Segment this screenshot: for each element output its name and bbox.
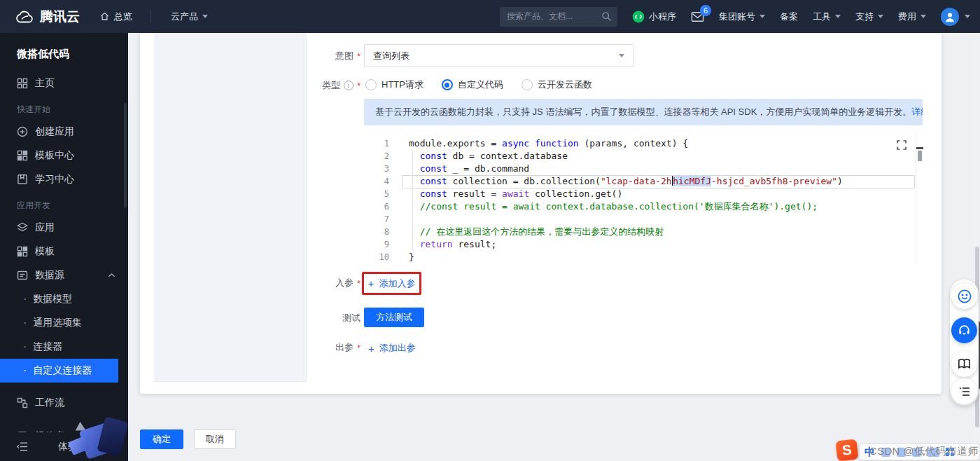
sidebar-item-工作流[interactable]: 工作流 bbox=[0, 391, 128, 415]
docs-book-button[interactable] bbox=[951, 351, 977, 377]
radio-unchecked-icon[interactable] bbox=[522, 79, 533, 90]
menu-list-button[interactable] bbox=[951, 378, 977, 404]
layers-icon bbox=[17, 222, 28, 233]
top-navbar: 腾讯云 总览 云产品 搜索产品、文档... 小程序 6 集团账号 备案 工具 支… bbox=[0, 0, 980, 33]
sidebar-item-学习中心[interactable]: 学习中心 bbox=[0, 167, 128, 191]
cancel-button[interactable]: 取消 bbox=[194, 429, 236, 449]
required-mark: * bbox=[357, 343, 360, 353]
main-content: 意图* 查询列表 类型 i * HTTP请求自定义代码云开发云函数 基于云开发的… bbox=[128, 33, 980, 461]
sidebar: 微搭低代码 主页快速开始创建应用模板中心学习中心应用开发应用模板数据源·数据模型… bbox=[0, 33, 128, 461]
code-editor[interactable]: 1module.exports = async function (params… bbox=[364, 133, 923, 263]
fullscreen-icon[interactable] bbox=[897, 140, 906, 150]
plus-circle-icon bbox=[17, 126, 28, 137]
sidebar-scrollbar[interactable] bbox=[124, 103, 127, 208]
chevron-down-icon bbox=[619, 54, 624, 60]
required-mark: * bbox=[357, 51, 360, 62]
sidebar-item-通用选项集[interactable]: ·通用选项集 bbox=[0, 311, 128, 335]
radio-unchecked-icon[interactable] bbox=[365, 79, 377, 90]
tencent-cloud-brand[interactable]: 腾讯云 bbox=[15, 8, 80, 26]
feedback-smiley-button[interactable] bbox=[951, 283, 977, 309]
sidebar-item-连接器[interactable]: ·连接器 bbox=[0, 335, 128, 359]
method-test-button[interactable]: 方法测试 bbox=[364, 308, 424, 327]
nav-messages[interactable]: 6 bbox=[691, 11, 704, 22]
confirm-button[interactable]: 确定 bbox=[140, 429, 183, 449]
input-params-label: 入参* bbox=[276, 277, 360, 289]
add-output-param-button[interactable]: + 添加出参 bbox=[368, 342, 416, 355]
sogou-input-logo[interactable]: S bbox=[836, 439, 859, 461]
workflow-icon bbox=[17, 397, 28, 408]
nav-overview[interactable]: 总览 bbox=[99, 11, 132, 23]
arrow-circle-icon[interactable] bbox=[102, 441, 112, 452]
caret-down-icon bbox=[920, 15, 926, 21]
intent-field-label: 意图* bbox=[276, 50, 360, 62]
experience-survey-link[interactable]: 体验调研 bbox=[58, 441, 97, 453]
line-number: 1 bbox=[364, 137, 400, 150]
info-icon: i bbox=[344, 81, 354, 90]
editor-scrollbar[interactable] bbox=[916, 133, 923, 263]
chevron-up-icon bbox=[108, 273, 115, 278]
sidebar-item-模板[interactable]: 模板 bbox=[0, 240, 128, 263]
line-number: 4 bbox=[364, 175, 400, 188]
caret-down-icon bbox=[878, 15, 883, 21]
code-line: 2 const db = context.database bbox=[364, 150, 923, 163]
intent-select-value: 查询列表 bbox=[373, 50, 410, 62]
radio-option-HTTP请求[interactable]: HTTP请求 bbox=[365, 78, 424, 91]
line-number: 8 bbox=[364, 226, 400, 238]
grid-icon bbox=[17, 78, 28, 89]
radio-option-自定义代码[interactable]: 自定义代码 bbox=[442, 78, 503, 91]
code-line: 10} bbox=[364, 251, 923, 263]
account-menu-caret[interactable] bbox=[965, 12, 970, 21]
nav-record[interactable]: 备案 bbox=[780, 11, 798, 23]
sidebar-item-自定义连接器[interactable]: ·自定义连接器 bbox=[0, 359, 118, 383]
required-mark: * bbox=[357, 278, 360, 289]
nav-mini-program[interactable]: 小程序 bbox=[632, 11, 676, 23]
nav-cloud-products[interactable]: 云产品 bbox=[171, 11, 208, 23]
search-icon bbox=[601, 11, 612, 22]
text-cursor bbox=[672, 175, 673, 186]
sidebar-nav: 主页快速开始创建应用模板中心学习中心应用开发应用模板数据源·数据模型·通用选项集… bbox=[0, 71, 128, 448]
annotation-highlight-box: + 添加入参 bbox=[362, 272, 421, 295]
sidebar-item-模板中心[interactable]: 模板中心 bbox=[0, 144, 128, 167]
mini-program-icon bbox=[632, 11, 645, 23]
code-line: 5 const result = await collection.get() bbox=[364, 188, 923, 200]
caret-down-icon bbox=[965, 15, 970, 21]
learn-more-link[interactable]: 详细了解 bbox=[911, 106, 923, 118]
plus-icon: + bbox=[368, 344, 374, 353]
collapse-sidebar-icon[interactable] bbox=[17, 441, 29, 452]
nav-billing[interactable]: 费用 bbox=[898, 11, 926, 23]
sidebar-item-主页[interactable]: 主页 bbox=[0, 71, 128, 95]
sidebar-item-数据源[interactable]: 数据源 bbox=[0, 263, 128, 287]
avatar[interactable] bbox=[941, 8, 959, 26]
output-params-label: 出参* bbox=[276, 341, 360, 354]
custom-connector-method-dialog: 意图* 查询列表 类型 i * HTTP请求自定义代码云开发云函数 基于云开发的… bbox=[140, 33, 941, 394]
search-box[interactable]: 搜索产品、文档... bbox=[500, 7, 617, 27]
add-input-param-button[interactable]: + 添加入参 bbox=[368, 277, 416, 290]
product-title: 微搭低代码 bbox=[0, 33, 128, 71]
sidebar-section-label: 应用开发 bbox=[0, 191, 128, 216]
banner-text: 基于云开发的云函数能力封装，只支持 JS 语法编写，内置了数据模型、连接器等相关… bbox=[375, 106, 911, 118]
radio-option-云开发云函数[interactable]: 云开发云函数 bbox=[522, 78, 592, 91]
nav-group-account[interactable]: 集团账号 bbox=[719, 11, 765, 23]
book-icon bbox=[17, 174, 28, 185]
sidebar-item-应用[interactable]: 应用 bbox=[0, 216, 128, 240]
bullet-dot: · bbox=[23, 319, 27, 326]
line-number: 10 bbox=[364, 251, 400, 263]
intent-select[interactable]: 查询列表 bbox=[364, 44, 634, 67]
template-icon bbox=[17, 246, 28, 257]
nav-tools[interactable]: 工具 bbox=[813, 11, 841, 23]
caret-down-icon bbox=[760, 15, 765, 21]
editor-scrollbar-thumb[interactable] bbox=[918, 151, 922, 161]
line-number: 2 bbox=[364, 150, 400, 163]
sidebar-item-创建应用[interactable]: 创建应用 bbox=[0, 120, 128, 144]
type-field-label: 类型 i * bbox=[276, 79, 360, 92]
line-number: 3 bbox=[364, 163, 400, 175]
tencent-cloud-logo-icon bbox=[15, 10, 34, 24]
nav-support[interactable]: 支持 bbox=[855, 11, 883, 23]
radio-checked-icon[interactable] bbox=[442, 79, 453, 90]
line-number: 9 bbox=[364, 238, 400, 251]
sidebar-item-数据模型[interactable]: ·数据模型 bbox=[0, 287, 128, 311]
search-placeholder: 搜索产品、文档... bbox=[507, 11, 601, 22]
code-line: 7 bbox=[364, 213, 923, 226]
mail-badge: 6 bbox=[700, 5, 711, 16]
support-headset-button[interactable] bbox=[951, 317, 977, 343]
